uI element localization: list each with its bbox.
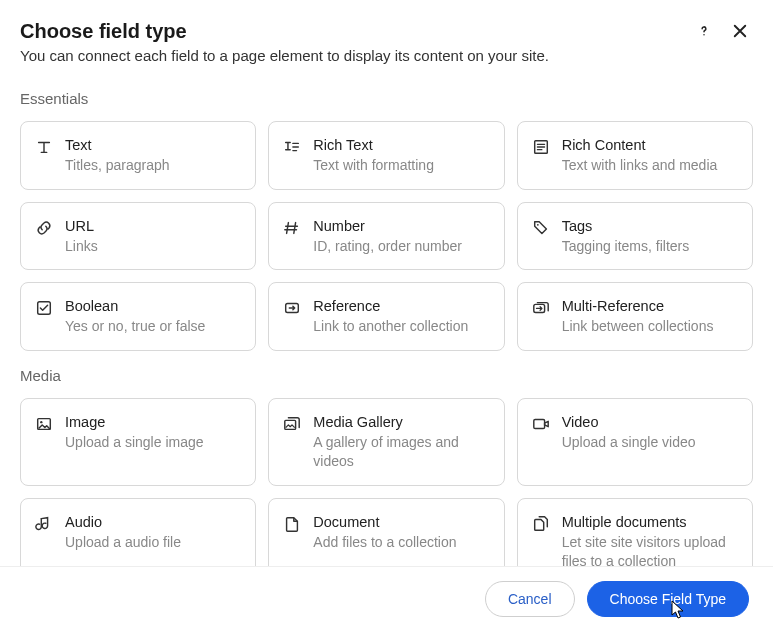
field-type-title: Multiple documents [562, 513, 738, 532]
field-type-card-multiple-documents[interactable]: Multiple documentsLet site site visitors… [517, 498, 753, 566]
field-type-description: A gallery of images and videos [313, 433, 489, 471]
field-type-card-media-gallery[interactable]: Media GalleryA gallery of images and vid… [268, 398, 504, 486]
field-type-description: Text with links and media [562, 156, 738, 175]
field-type-title: Number [313, 217, 489, 236]
field-type-title: Boolean [65, 297, 241, 316]
help-icon[interactable] [695, 22, 713, 40]
boolean-icon [35, 299, 53, 317]
multiple-documents-icon [532, 515, 550, 533]
field-type-title: URL [65, 217, 241, 236]
cancel-button[interactable]: Cancel [485, 581, 575, 617]
field-type-description: Link between collections [562, 317, 738, 336]
number-icon [283, 219, 301, 237]
field-type-card-image[interactable]: ImageUpload a single image [20, 398, 256, 486]
media-gallery-icon [283, 415, 301, 433]
field-type-card-text[interactable]: TextTitles, paragraph [20, 121, 256, 190]
section-label: Media [20, 367, 753, 384]
field-type-description: Add files to a collection [313, 533, 489, 552]
rich-content-icon [532, 138, 550, 156]
field-type-title: Rich Content [562, 136, 738, 155]
field-type-card-reference[interactable]: ReferenceLink to another collection [268, 282, 504, 351]
field-type-description: Upload a single image [65, 433, 241, 452]
dialog-title: Choose field type [20, 20, 695, 43]
field-type-list[interactable]: EssentialsTextTitles, paragraphRich Text… [0, 72, 773, 566]
field-type-description: Upload a audio file [65, 533, 241, 552]
field-type-card-audio[interactable]: AudioUpload a audio file [20, 498, 256, 566]
field-type-title: Text [65, 136, 241, 155]
field-type-description: ID, rating, order number [313, 237, 489, 256]
reference-icon [283, 299, 301, 317]
url-icon [35, 219, 53, 237]
field-type-title: Reference [313, 297, 489, 316]
field-type-card-rich-text[interactable]: Rich TextText with formatting [268, 121, 504, 190]
field-type-card-number[interactable]: NumberID, rating, order number [268, 202, 504, 271]
field-type-title: Rich Text [313, 136, 489, 155]
choose-field-type-button[interactable]: Choose Field Type [587, 581, 749, 617]
field-type-title: Audio [65, 513, 241, 532]
field-type-card-document[interactable]: DocumentAdd files to a collection [268, 498, 504, 566]
field-type-title: Tags [562, 217, 738, 236]
close-icon[interactable] [731, 22, 749, 40]
field-type-title: Image [65, 413, 241, 432]
field-type-description: Link to another collection [313, 317, 489, 336]
field-type-card-tags[interactable]: TagsTagging items, filters [517, 202, 753, 271]
field-type-card-rich-content[interactable]: Rich ContentText with links and media [517, 121, 753, 190]
field-type-title: Video [562, 413, 738, 432]
image-icon [35, 415, 53, 433]
field-type-description: Titles, paragraph [65, 156, 241, 175]
audio-icon [35, 515, 53, 533]
section-label: Essentials [20, 90, 753, 107]
field-type-title: Multi-Reference [562, 297, 738, 316]
field-type-card-boolean[interactable]: BooleanYes or no, true or false [20, 282, 256, 351]
field-type-description: Tagging items, filters [562, 237, 738, 256]
text-icon [35, 138, 53, 156]
field-type-description: Text with formatting [313, 156, 489, 175]
tags-icon [532, 219, 550, 237]
field-type-description: Upload a single video [562, 433, 738, 452]
rich-text-icon [283, 138, 301, 156]
video-icon [532, 415, 550, 433]
field-type-card-url[interactable]: URLLinks [20, 202, 256, 271]
document-icon [283, 515, 301, 533]
field-type-title: Document [313, 513, 489, 532]
field-type-title: Media Gallery [313, 413, 489, 432]
field-type-description: Yes or no, true or false [65, 317, 241, 336]
field-type-description: Links [65, 237, 241, 256]
field-type-description: Let site site visitors upload files to a… [562, 533, 738, 566]
field-type-card-video[interactable]: VideoUpload a single video [517, 398, 753, 486]
multi-reference-icon [532, 299, 550, 317]
dialog-subtitle: You can connect each field to a page ele… [20, 47, 695, 64]
field-type-card-multi-reference[interactable]: Multi-ReferenceLink between collections [517, 282, 753, 351]
svg-point-1 [703, 34, 705, 36]
